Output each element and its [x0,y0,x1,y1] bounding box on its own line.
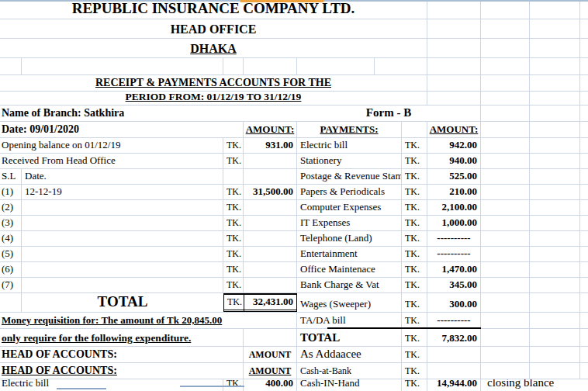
empty-cell[interactable] [481,92,530,105]
empty-cell[interactable] [244,169,297,184]
currency-cell[interactable]: TK. [402,262,427,277]
electric-bill-amount[interactable]: 400.00 [244,379,297,391]
empty-cell[interactable] [530,293,580,312]
payment-label[interactable]: TA/DA bill [297,313,402,328]
cash-in-hand-label[interactable]: Cash-IN-Hand [297,379,402,391]
empty-cell[interactable] [530,75,580,91]
empty-cell[interactable] [481,247,530,261]
sl-header[interactable]: S.L [0,169,22,184]
receipt-amount[interactable] [244,262,297,277]
sl-number[interactable]: (6) [0,262,22,277]
empty-cell[interactable] [530,92,580,105]
empty-cell[interactable] [481,278,530,292]
empty-cell[interactable] [481,262,530,277]
currency-cell[interactable]: TK. [223,185,244,199]
date-header[interactable]: Date. [22,169,223,184]
receipt-date[interactable] [22,231,223,246]
payment-amount[interactable]: 300.00 [427,293,481,312]
empty-cell[interactable] [427,19,481,38]
empty-cell[interactable] [530,0,580,19]
empty-cell[interactable] [530,122,580,137]
empty-cell[interactable] [0,58,22,74]
empty-cell[interactable] [530,262,580,277]
empty-cell[interactable] [580,106,588,121]
empty-cell[interactable] [530,154,580,168]
empty-cell[interactable] [580,262,588,277]
empty-cell[interactable] [580,0,588,19]
empty-cell[interactable] [481,58,530,74]
empty-cell[interactable] [530,138,580,153]
report-date[interactable]: Date: 09/01/2020 [0,122,244,137]
city-title[interactable]: DHAKA [0,39,427,57]
payment-amount[interactable]: 940.00 [427,154,481,168]
receipt-amount[interactable] [244,216,297,230]
empty-cell[interactable] [580,138,588,153]
currency-cell[interactable]: TK. [402,329,427,346]
empty-cell[interactable] [0,293,22,312]
sl-number[interactable]: (5) [0,247,22,261]
payment-amount[interactable]: 345.00 [427,278,481,292]
empty-cell[interactable] [530,347,580,362]
empty-cell[interactable] [580,200,588,215]
empty-cell[interactable] [580,278,588,292]
payment-amount[interactable]: 525.00 [427,169,481,184]
payment-amount[interactable]: 1,470.00 [427,262,481,277]
empty-cell[interactable] [530,39,580,57]
empty-cell[interactable] [580,216,588,230]
payments-total-amount[interactable]: 7,832.00 [427,329,481,346]
cash-in-hand-amount[interactable]: 14,944.00 [427,379,481,391]
currency-cell[interactable]: TK. [223,247,244,261]
currency-cell[interactable]: TK. [402,216,427,230]
cash-at-bank-label[interactable]: Cash-at-Bank [297,363,402,379]
receipt-amount[interactable] [244,278,297,292]
payment-amount[interactable]: 1,000.00 [427,216,481,230]
empty-cell[interactable] [427,39,481,57]
currency-cell[interactable]: TK. [402,169,427,184]
payment-label[interactable]: Telephone (Land) [297,231,402,246]
amount-label-1[interactable]: AMOUNT [244,347,297,362]
payment-label[interactable]: Electric bill [297,138,402,153]
payment-label[interactable]: Entertainment [297,247,402,261]
currency-cell[interactable]: TK. [402,231,427,246]
currency-cell[interactable]: TK. [402,138,427,153]
currency-cell[interactable]: TK. [402,313,427,328]
currency-cell[interactable]: TK. [402,247,427,261]
payment-amount[interactable]: ---------- [427,313,481,328]
empty-cell[interactable] [481,347,530,362]
empty-cell[interactable] [580,169,588,184]
report-title-line2[interactable]: PERIOD FROM: 01/12/19 TO 31/12/19 [0,92,427,105]
report-title-line1[interactable]: RECEIPT & PAYMENTS ACCOUNTS FOR THE [0,75,427,91]
empty-cell[interactable] [580,247,588,261]
receipt-amount[interactable] [244,247,297,261]
empty-cell[interactable] [402,122,427,137]
sl-number[interactable]: (2) [0,200,22,215]
empty-cell[interactable] [427,75,481,91]
payment-amount[interactable]: 2,100.00 [427,200,481,215]
payment-amount[interactable]: 210.00 [427,185,481,199]
payment-label[interactable]: Stationery [297,154,402,168]
empty-cell[interactable] [427,58,481,74]
empty-cell[interactable] [580,231,588,246]
sl-number[interactable]: (7) [0,278,22,292]
currency-cell[interactable]: TK. [223,216,244,230]
empty-cell[interactable] [580,363,588,379]
payment-amount[interactable]: ---------- [427,231,481,246]
currency-cell[interactable]: TK. [223,262,244,277]
empty-cell[interactable] [580,313,588,328]
empty-cell[interactable] [580,293,588,312]
empty-cell[interactable] [481,293,530,312]
empty-cell[interactable] [481,39,530,57]
payment-label[interactable]: Papers & Periodicals [297,185,402,199]
empty-cell[interactable] [481,75,530,91]
receipt-date[interactable] [22,247,223,261]
payments-total-label[interactable]: TOTAL [297,329,402,346]
receipts-total-label[interactable]: TOTAL [22,293,223,312]
empty-cell[interactable] [481,231,530,246]
receipt-label[interactable]: Received From Head Office [0,154,223,168]
receipt-amount[interactable] [244,231,297,246]
currency-cell[interactable]: TK. [223,138,244,153]
empty-cell[interactable] [481,0,530,19]
empty-cell[interactable] [427,92,481,105]
empty-cell[interactable] [244,329,297,346]
empty-cell[interactable] [580,75,588,91]
